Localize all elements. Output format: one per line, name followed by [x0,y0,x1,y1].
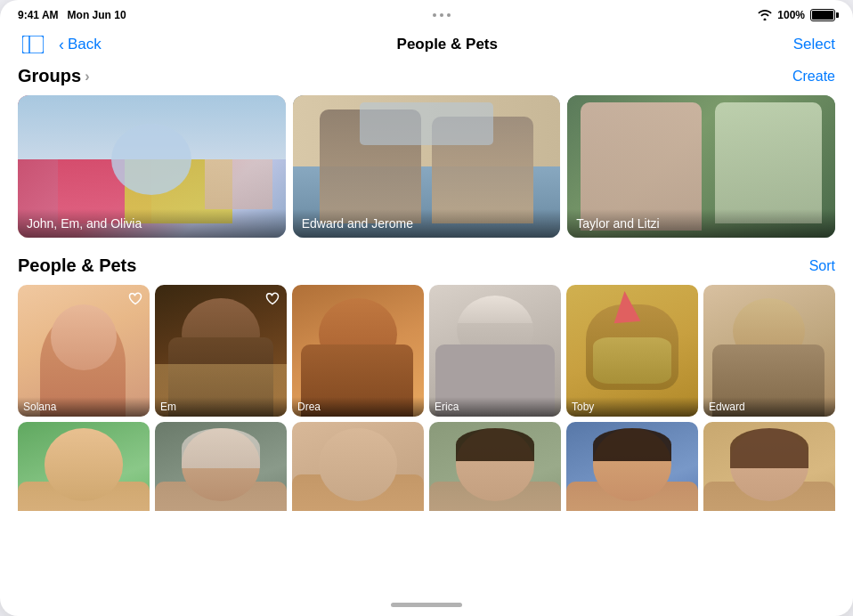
nav-left: ‹ Back [18,31,102,58]
groups-chevron-icon: › [85,69,89,85]
group-card-1[interactable]: John, Em, and Olivia [18,95,286,238]
nav-bar: ‹ Back People & Pets Select [0,27,853,66]
person-card-r2-6[interactable] [703,422,835,511]
dot-1 [433,13,436,17]
person-drea-label: Drea [292,397,424,417]
people-pets-title: People & Pets [18,255,136,276]
group-1-label: John, Em, and Olivia [18,209,286,238]
status-center [433,13,451,17]
battery-percent: 100% [777,9,805,21]
groups-title: Groups › [18,66,89,86]
favorite-em-icon [264,290,281,308]
people-pets-section-header: People & Pets Sort [18,255,835,276]
svg-rect-0 [22,36,44,53]
back-button[interactable]: ‹ Back [59,36,102,54]
groups-section-header: Groups › Create [18,66,835,86]
person-card-edward[interactable]: Edward [703,285,835,417]
status-time: 9:41 AM Mon Jun 10 [18,9,126,21]
person-card-em[interactable]: Em [155,285,287,417]
group-card-2[interactable]: Edward and Jerome [293,95,561,238]
groups-grid: John, Em, and Olivia Edward and Jerome [18,95,835,238]
battery-icon [810,9,835,21]
people-grid-row2 [18,422,835,511]
back-label: Back [68,36,102,53]
person-card-r2-4[interactable] [429,422,561,511]
person-card-drea[interactable]: Drea [292,285,424,417]
group-3-label: Taylor and Litzi [567,209,835,238]
person-em-label: Em [155,397,287,417]
person-solana-label: Solana [18,397,150,417]
person-card-toby[interactable]: Toby [566,285,698,417]
sidebar-icon [22,36,44,53]
wifi-icon [758,10,772,20]
person-card-r2-5[interactable] [566,422,698,511]
person-erica-label: Erica [429,397,561,417]
ipad-frame: 9:41 AM Mon Jun 10 100% [0,0,853,616]
create-button[interactable]: Create [792,69,835,85]
dot-2 [440,13,443,17]
dot-3 [447,13,451,17]
person-card-r2-1[interactable] [18,422,150,511]
person-card-erica[interactable]: Erica [429,285,561,417]
main-content: Groups › Create J [0,66,853,511]
group-card-3[interactable]: Taylor and Litzi [567,95,835,238]
status-right: 100% [758,9,835,21]
status-bar: 9:41 AM Mon Jun 10 100% [0,0,853,27]
person-card-r2-2[interactable] [155,422,287,511]
select-button[interactable]: Select [793,36,835,53]
person-edward-label: Edward [703,397,835,417]
battery-fill [812,11,833,20]
scroll-indicator [391,603,462,607]
page-title: People & Pets [397,36,498,53]
sidebar-toggle-button[interactable] [18,31,48,58]
back-chevron-icon: ‹ [59,36,64,54]
people-grid-row1: Solana Em [18,285,835,417]
person-toby-label: Toby [566,397,698,417]
person-card-r2-3[interactable] [292,422,424,511]
person-card-solana[interactable]: Solana [18,285,150,417]
sort-button[interactable]: Sort [809,258,835,274]
favorite-solana-icon [126,290,144,308]
group-2-label: Edward and Jerome [293,209,561,238]
